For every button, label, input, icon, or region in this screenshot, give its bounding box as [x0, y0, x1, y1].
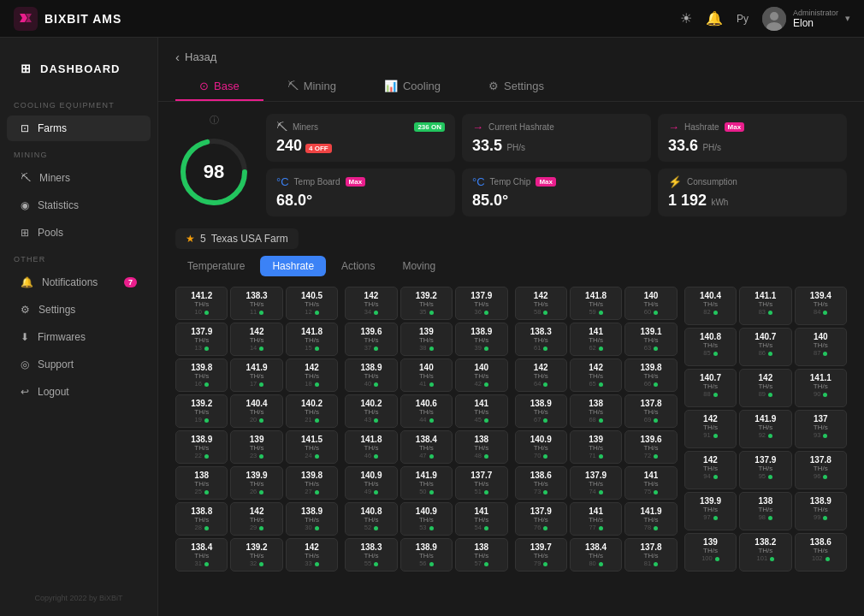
miner-cell[interactable]: 138.9 TH/s 39	[455, 323, 507, 356]
miner-cell[interactable]: 137.9 TH/s 95	[739, 451, 791, 489]
miner-cell[interactable]: 141.5 TH/s 24	[286, 430, 338, 464]
miner-cell[interactable]: 141 TH/s 45	[455, 394, 507, 428]
miner-cell[interactable]: 140.2 TH/s 43	[345, 394, 397, 428]
miner-cell[interactable]: 140 TH/s 42	[455, 358, 507, 392]
sidebar-item-dashboard[interactable]: ⊞ DASHBOARD	[7, 55, 151, 82]
info-icon[interactable]: ⓘ	[210, 114, 219, 127]
miner-cell[interactable]: 138.9 TH/s 99	[795, 492, 847, 530]
miner-cell[interactable]: 141.8 TH/s 46	[345, 430, 397, 464]
miner-cell[interactable]: 138.6 TH/s 73	[515, 466, 567, 500]
miner-cell[interactable]: 141 TH/s 62	[570, 323, 622, 356]
miner-tab-actions[interactable]: Actions	[329, 256, 387, 276]
miner-cell[interactable]: 138.9 TH/s 22	[175, 430, 228, 464]
sidebar-item-support[interactable]: ◎ Support	[7, 352, 151, 377]
miner-cell[interactable]: 137.9 TH/s 36	[455, 287, 507, 320]
miner-cell[interactable]: 138.9 TH/s 30	[286, 502, 338, 536]
miner-cell[interactable]: 141.1 TH/s 83	[739, 287, 791, 325]
miner-cell[interactable]: 139.1 TH/s 63	[624, 323, 677, 356]
miner-cell[interactable]: 138.9 TH/s 40	[345, 358, 397, 392]
miner-cell[interactable]: 140.9 TH/s 70	[515, 430, 567, 464]
tab-settings[interactable]: ⚙ Settings	[465, 73, 568, 101]
miner-cell[interactable]: 140.9 TH/s 49	[345, 466, 397, 500]
sidebar-item-pools[interactable]: ⊞ Pools	[7, 220, 151, 246]
miner-cell[interactable]: 137.8 TH/s 81	[624, 538, 677, 572]
miner-cell[interactable]: 139.2 TH/s 32	[230, 538, 282, 572]
miner-cell[interactable]: 139 TH/s 71	[570, 430, 622, 464]
miner-cell[interactable]: 141 TH/s 75	[624, 466, 677, 500]
miner-cell[interactable]: 138.9 TH/s 56	[400, 538, 453, 572]
sidebar-item-settings[interactable]: ⚙ Settings	[7, 297, 151, 323]
miner-cell[interactable]: 138 TH/s 98	[739, 492, 791, 530]
miner-cell[interactable]: 142 TH/s 14	[230, 323, 282, 356]
miner-cell[interactable]: 142 TH/s 34	[345, 287, 397, 320]
miner-cell[interactable]: 141.9 TH/s 50	[400, 466, 453, 500]
miner-cell[interactable]: 141.2 TH/s 10	[175, 287, 228, 320]
miner-cell[interactable]: 138.3 TH/s 55	[345, 538, 397, 572]
miner-cell[interactable]: 139.9 TH/s 26	[230, 466, 282, 500]
miner-cell[interactable]: 137.8 TH/s 96	[795, 451, 847, 489]
miner-cell[interactable]: 138 TH/s 25	[175, 466, 228, 500]
miner-cell[interactable]: 142 TH/s 94	[684, 451, 737, 489]
miner-cell[interactable]: 139 TH/s 38	[400, 323, 453, 356]
miner-cell[interactable]: 139.2 TH/s 35	[400, 287, 453, 320]
miner-cell[interactable]: 138.8 TH/s 28	[175, 502, 228, 536]
miner-cell[interactable]: 138.4 TH/s 31	[175, 538, 228, 572]
notifications-icon[interactable]: 🔔	[706, 10, 723, 27]
miner-cell[interactable]: 138 TH/s 57	[455, 538, 507, 572]
miner-cell[interactable]: 140.6 TH/s 44	[400, 394, 453, 428]
miner-cell[interactable]: 137.7 TH/s 51	[455, 466, 507, 500]
miner-cell[interactable]: 138.4 TH/s 47	[400, 430, 453, 464]
miner-cell[interactable]: 141.1 TH/s 90	[795, 369, 847, 407]
miner-cell[interactable]: 142 TH/s 58	[515, 287, 567, 320]
back-bar[interactable]: ‹ Назад	[158, 38, 864, 73]
miner-cell[interactable]: 138.2 TH/s 101	[739, 533, 791, 572]
miner-cell[interactable]: 139.4 TH/s 84	[795, 287, 847, 325]
tab-base[interactable]: ⊙ Base	[175, 73, 263, 101]
miner-cell[interactable]: 140.2 TH/s 21	[286, 394, 338, 428]
miner-cell[interactable]: 139.8 TH/s 27	[286, 466, 338, 500]
miner-cell[interactable]: 137 TH/s 93	[795, 410, 847, 448]
miner-cell[interactable]: 140 TH/s 87	[795, 328, 847, 366]
miner-cell[interactable]: 139.8 TH/s 16	[175, 358, 228, 392]
miner-cell[interactable]: 139.9 TH/s 97	[684, 492, 737, 530]
sidebar-item-firmwares[interactable]: ⬇ Firmwares	[7, 324, 151, 350]
brightness-icon[interactable]: ☀	[680, 10, 692, 27]
miner-cell[interactable]: 140.7 TH/s 86	[739, 328, 791, 366]
miner-cell[interactable]: 138.9 TH/s 67	[515, 394, 567, 428]
miner-cell[interactable]: 137.8 TH/s 69	[624, 394, 677, 428]
miner-cell[interactable]: 137.9 TH/s 74	[570, 466, 622, 500]
miner-cell[interactable]: 139.6 TH/s 37	[345, 323, 397, 356]
miner-cell[interactable]: 141.9 TH/s 17	[230, 358, 282, 392]
miner-cell[interactable]: 139.8 TH/s 66	[624, 358, 677, 392]
miner-cell[interactable]: 142 TH/s 64	[515, 358, 567, 392]
admin-block[interactable]: Administrator Elon ▾	[762, 7, 850, 31]
miner-cell[interactable]: 138.3 TH/s 11	[230, 287, 282, 320]
miner-cell[interactable]: 140.4 TH/s 20	[230, 394, 282, 428]
miner-cell[interactable]: 140.4 TH/s 82	[684, 287, 737, 325]
sidebar-item-miners[interactable]: ⛏ Miners	[7, 165, 151, 191]
miner-cell[interactable]: 142 TH/s 65	[570, 358, 622, 392]
tab-mining[interactable]: ⛏ Mining	[263, 73, 360, 101]
miner-cell[interactable]: 138.6 TH/s 102	[795, 533, 847, 572]
farm-name-tag[interactable]: ★ 5 Texas USA Farm	[175, 228, 299, 249]
miner-cell[interactable]: 140.8 TH/s 52	[345, 502, 397, 536]
miner-cell[interactable]: 139 TH/s 23	[230, 430, 282, 464]
miner-cell[interactable]: 137.9 TH/s 76	[515, 502, 567, 536]
sidebar-item-farms[interactable]: ⊡ Farms	[7, 116, 151, 141]
miner-cell[interactable]: 139.2 TH/s 19	[175, 394, 228, 428]
miner-cell[interactable]: 140.7 TH/s 88	[684, 369, 737, 407]
miner-cell[interactable]: 142 TH/s 91	[684, 410, 737, 448]
miner-cell[interactable]: 142 TH/s 33	[286, 538, 338, 572]
miner-cell[interactable]: 138 TH/s 68	[570, 394, 622, 428]
sidebar-item-statistics[interactable]: ◉ Statistics	[7, 192, 151, 218]
miner-cell[interactable]: 138.3 TH/s 61	[515, 323, 567, 356]
miner-cell[interactable]: 142 TH/s 29	[230, 502, 282, 536]
miner-cell[interactable]: 139.7 TH/s 79	[515, 538, 567, 572]
miner-cell[interactable]: 141.9 TH/s 78	[624, 502, 677, 536]
miner-cell[interactable]: 140.8 TH/s 85	[684, 328, 737, 366]
language-selector[interactable]: Ру	[737, 13, 749, 25]
miner-cell[interactable]: 141.9 TH/s 92	[739, 410, 791, 448]
miner-cell[interactable]: 141.8 TH/s 15	[286, 323, 338, 356]
miner-cell[interactable]: 138.4 TH/s 80	[570, 538, 622, 572]
miner-cell[interactable]: 139 TH/s 100	[684, 533, 737, 572]
